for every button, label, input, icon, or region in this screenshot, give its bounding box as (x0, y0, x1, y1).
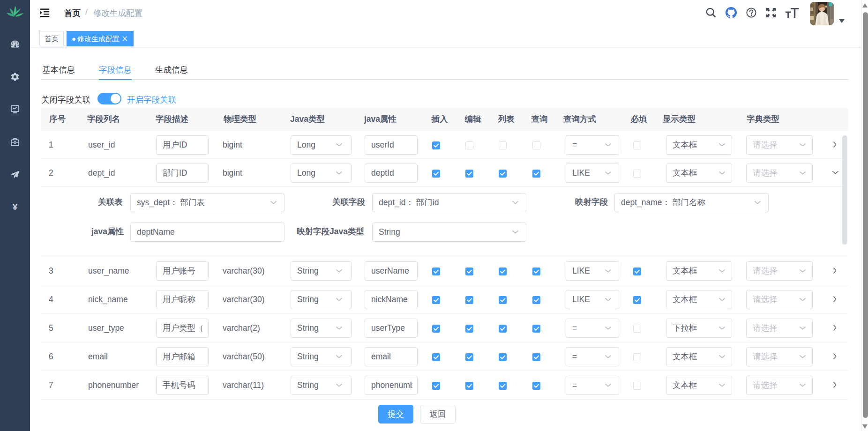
svg-text:¥: ¥ (13, 203, 18, 211)
